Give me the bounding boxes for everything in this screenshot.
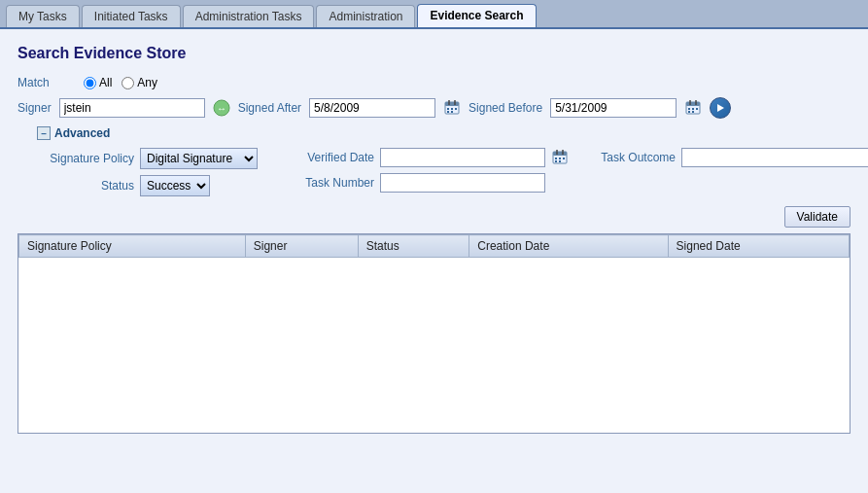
match-all-radio[interactable] xyxy=(84,77,96,89)
tab-initiated-tasks[interactable]: Initiated Tasks xyxy=(82,5,181,27)
signer-label: Signer xyxy=(17,101,52,115)
verified-date-label: Verified Date xyxy=(287,151,374,164)
results-area: Validate Signature Policy Signer Status … xyxy=(17,206,851,434)
svg-rect-6 xyxy=(447,108,449,110)
table-body xyxy=(19,258,850,433)
status-select[interactable]: Success Failure Pending xyxy=(140,175,210,196)
svg-rect-10 xyxy=(451,111,453,113)
signed-after-input[interactable] xyxy=(309,98,435,118)
svg-rect-27 xyxy=(563,158,565,159)
match-any-label: Any xyxy=(137,76,157,89)
validate-button[interactable]: Validate xyxy=(784,206,851,228)
col-signed-date: Signed Date xyxy=(668,235,849,258)
svg-rect-22 xyxy=(553,152,567,156)
match-all-label: All xyxy=(99,76,112,89)
adv-col-1: Signature Policy Digital Signature Manua… xyxy=(37,148,258,196)
tab-administration-tasks[interactable]: Administration Tasks xyxy=(183,5,315,27)
svg-rect-16 xyxy=(692,108,694,110)
svg-rect-28 xyxy=(555,160,557,162)
task-outcome-row: Task Outcome xyxy=(598,148,868,167)
task-number-input[interactable] xyxy=(380,173,545,193)
col-signature-policy: Signature Policy xyxy=(19,235,246,258)
verified-date-row: Verified Date xyxy=(287,148,569,167)
signed-after-label: Signed After xyxy=(238,101,301,115)
task-number-row: Task Number xyxy=(287,173,569,193)
status-label: Status xyxy=(37,179,134,193)
signed-before-input[interactable] xyxy=(550,98,677,118)
advanced-fields: Signature Policy Digital Signature Manua… xyxy=(37,148,851,196)
svg-rect-18 xyxy=(688,111,690,113)
collapse-icon[interactable]: – xyxy=(37,126,51,140)
svg-rect-3 xyxy=(445,102,459,106)
svg-text:↔: ↔ xyxy=(217,103,226,114)
signer-input[interactable] xyxy=(59,98,205,118)
verified-date-input[interactable] xyxy=(380,148,545,167)
svg-rect-17 xyxy=(696,108,698,110)
svg-rect-15 xyxy=(688,108,690,110)
svg-rect-19 xyxy=(692,111,694,113)
search-button[interactable] xyxy=(710,97,731,119)
match-any-option[interactable]: Any xyxy=(122,76,157,89)
match-any-radio[interactable] xyxy=(122,77,134,89)
tab-administration[interactable]: Administration xyxy=(316,5,415,27)
signed-before-calendar-icon[interactable] xyxy=(684,99,702,117)
advanced-label: Advanced xyxy=(54,126,110,140)
adv-col-2: Verified Date xyxy=(287,148,569,193)
col-status: Status xyxy=(358,235,469,258)
signed-after-calendar-icon[interactable] xyxy=(443,99,461,117)
signer-row: Signer ↔ Signed After Signed xyxy=(17,97,851,119)
tab-bar: My Tasks Initiated Tasks Administration … xyxy=(0,0,868,29)
svg-rect-26 xyxy=(559,158,561,159)
svg-rect-8 xyxy=(455,108,457,110)
tab-evidence-search[interactable]: Evidence Search xyxy=(417,4,536,27)
status-row: Status Success Failure Pending xyxy=(37,175,258,196)
match-all-option[interactable]: All xyxy=(84,76,112,89)
svg-marker-20 xyxy=(717,104,724,112)
advanced-toggle[interactable]: – Advanced xyxy=(37,126,851,140)
adv-col-3: Task Outcome xyxy=(598,148,868,167)
match-radio-group: All Any xyxy=(84,76,157,89)
results-container: Signature Policy Signer Status Creation … xyxy=(17,233,851,434)
svg-rect-29 xyxy=(559,160,561,162)
col-signer: Signer xyxy=(245,235,358,258)
svg-rect-25 xyxy=(555,158,557,159)
col-creation-date: Creation Date xyxy=(469,235,668,258)
verified-date-calendar-icon[interactable] xyxy=(551,149,569,166)
signer-icon: ↔ xyxy=(213,99,230,117)
match-label: Match xyxy=(17,76,76,89)
advanced-section: – Advanced Signature Policy Digital Sign… xyxy=(37,126,851,196)
results-table: Signature Policy Signer Status Creation … xyxy=(18,234,850,433)
task-outcome-input[interactable] xyxy=(681,148,868,167)
page-title: Search Evidence Store xyxy=(17,45,851,62)
task-outcome-label: Task Outcome xyxy=(598,151,676,164)
svg-rect-9 xyxy=(447,111,449,113)
svg-rect-12 xyxy=(686,102,700,106)
task-number-label: Task Number xyxy=(287,176,374,190)
table-header-row: Signature Policy Signer Status Creation … xyxy=(19,235,850,258)
tab-my-tasks[interactable]: My Tasks xyxy=(6,5,80,27)
signature-policy-label: Signature Policy xyxy=(37,152,134,165)
svg-rect-7 xyxy=(451,108,453,110)
signature-policy-select[interactable]: Digital Signature Manual Signature None xyxy=(140,148,258,169)
empty-row xyxy=(19,258,850,433)
signature-policy-row: Signature Policy Digital Signature Manua… xyxy=(37,148,258,169)
signed-before-label: Signed Before xyxy=(469,101,542,115)
main-content: Search Evidence Store Match All Any Sign… xyxy=(0,29,868,493)
match-row: Match All Any xyxy=(17,76,851,89)
